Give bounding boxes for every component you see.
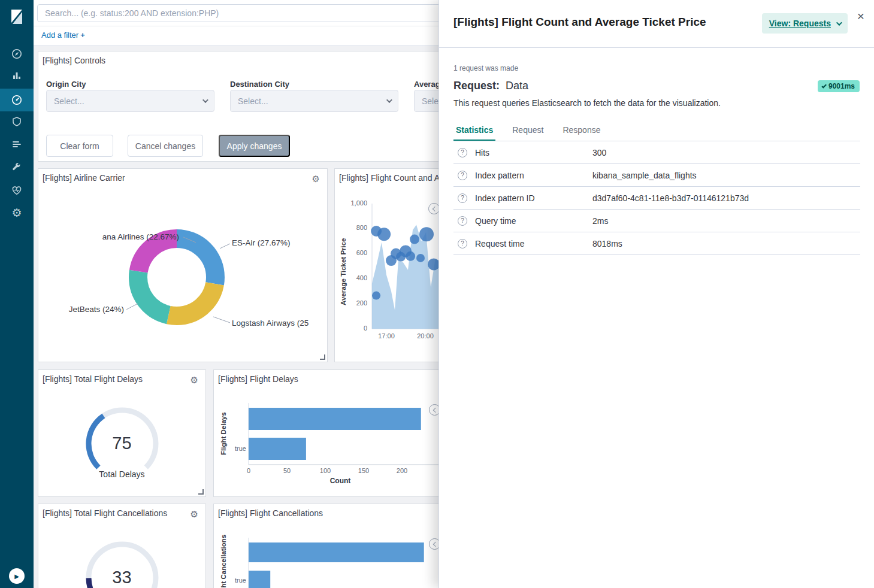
- donut-label: Logstash Airways (25: [232, 319, 309, 328]
- stat-value: 300: [592, 148, 606, 157]
- request-title: Request:Data: [453, 80, 528, 92]
- gauge-icon: [11, 94, 23, 106]
- panel-title: [Flights] Total Flight Delays: [43, 374, 143, 384]
- x-tick: 150: [358, 467, 369, 474]
- help-icon[interactable]: ?: [458, 216, 467, 226]
- duration-value: 9001ms: [828, 82, 855, 90]
- help-icon[interactable]: ?: [458, 171, 467, 180]
- x-tick: 100: [320, 467, 331, 474]
- inspector-tabs: Statistics Request Response: [453, 120, 860, 141]
- gauge-value: 33: [38, 568, 205, 587]
- flyout-title: [Flights] Flight Count and Average Ticke…: [453, 16, 706, 29]
- donut-label: ES-Air (27.67%): [232, 238, 291, 247]
- kibana-app: ⚙ ▶ Add a filter+ [Flights] Controls Ori…: [0, 0, 874, 588]
- play-icon: ▶: [14, 573, 19, 580]
- kibana-logo-icon: [7, 7, 26, 26]
- panel-options-gear-icon[interactable]: ⚙: [190, 375, 198, 384]
- donut-label: JetBeats (24%): [69, 305, 124, 314]
- request-description: This request queries Elasticsearch to fe…: [453, 98, 860, 108]
- bar-chart-icon: [11, 69, 23, 81]
- sidebar-item-apm[interactable]: [0, 110, 34, 133]
- flyout-header: [Flights] Flight Count and Average Ticke…: [439, 0, 874, 48]
- request-label: Request:: [453, 80, 500, 92]
- origin-city-select[interactable]: Select...: [46, 90, 214, 112]
- panel-airline-carrier: [Flights] Airline Carrier ⚙ ES-Air (27.6…: [38, 168, 328, 362]
- help-icon[interactable]: ?: [458, 148, 467, 157]
- panel-options-gear-icon[interactable]: ⚙: [190, 510, 198, 519]
- close-icon[interactable]: ×: [857, 10, 864, 22]
- chevron-down-icon: [202, 97, 208, 103]
- stat-label: Hits: [475, 148, 592, 157]
- wrench-icon: [11, 161, 23, 173]
- statistics-table: ? Hits 300 ? Index pattern kibana_sample…: [453, 141, 860, 255]
- resize-handle[interactable]: [320, 354, 325, 360]
- panel-title: [Flights] Controls: [43, 56, 105, 65]
- duration-badge: 9001ms: [818, 80, 860, 92]
- flyout-body: 1 request was made Request:Data 9001ms T…: [439, 64, 874, 255]
- help-icon[interactable]: ?: [458, 239, 467, 248]
- x-tick: 200: [397, 467, 407, 474]
- stat-value: 2ms: [592, 216, 608, 226]
- sidebar-item-discover[interactable]: [0, 43, 34, 65]
- sidebar: ⚙ ▶: [0, 0, 34, 588]
- sidebar-item-monitoring[interactable]: [0, 179, 34, 202]
- timelion-icon: [11, 138, 23, 150]
- cancel-changes-button[interactable]: Cancel changes: [128, 135, 203, 157]
- x-tick: 17:00: [378, 332, 395, 340]
- gauge-value: 75: [38, 434, 205, 453]
- destination-city-select[interactable]: Select...: [230, 90, 398, 112]
- panel-total-flight-delays: [Flights] Total Flight Delays ⚙ 75 Total…: [38, 369, 206, 497]
- heartbeat-icon: [11, 184, 23, 196]
- x-tick: 50: [283, 467, 291, 474]
- stat-label: Query time: [475, 216, 592, 226]
- sidebar-item-timelion[interactable]: [0, 133, 34, 156]
- table-row: ? Hits 300: [453, 141, 860, 164]
- origin-city-label: Origin City: [46, 80, 86, 89]
- stat-value: 8018ms: [592, 239, 622, 248]
- plus-icon: +: [80, 31, 85, 40]
- sidebar-item-dev-tools[interactable]: [0, 156, 34, 178]
- table-row: ? Query time 2ms: [453, 210, 860, 232]
- help-icon[interactable]: ?: [458, 193, 467, 203]
- tab-response[interactable]: Response: [560, 120, 603, 141]
- table-row: ? Index pattern ID d3d7af60-4c81-11e8-b3…: [453, 187, 860, 210]
- stat-label: Index pattern: [475, 171, 592, 180]
- x-tick: 20:00: [417, 332, 434, 340]
- panel-options-gear-icon[interactable]: ⚙: [312, 174, 320, 183]
- select-placeholder: Select...: [54, 96, 84, 106]
- kibana-logo[interactable]: [0, 0, 34, 34]
- resize-handle[interactable]: [198, 489, 204, 495]
- table-row: ? Index pattern kibana_sample_data_fligh…: [453, 164, 860, 187]
- stat-value: d3d7af60-4c81-11e8-b3d7-01146121b73d: [592, 193, 749, 203]
- sidebar-collapse-button[interactable]: ▶: [9, 568, 25, 584]
- check-icon: [821, 83, 826, 88]
- add-filter-link[interactable]: Add a filter+: [41, 31, 85, 40]
- panel-title: [Flights] Flight Delays: [218, 374, 298, 384]
- inspector-flyout: [Flights] Flight Count and Average Ticke…: [438, 0, 874, 588]
- sidebar-item-visualize[interactable]: [0, 64, 34, 87]
- tab-statistics[interactable]: Statistics: [453, 120, 495, 141]
- destination-city-label: Destination City: [230, 80, 289, 89]
- stat-value: kibana_sample_data_flights: [592, 171, 697, 180]
- select-placeholder: Select...: [238, 96, 268, 106]
- chevron-down-icon: [836, 20, 842, 26]
- view-requests-label: View: Requests: [769, 19, 831, 28]
- gear-icon: ⚙: [11, 207, 22, 219]
- sidebar-item-dashboard[interactable]: [0, 89, 34, 111]
- x-axis-title: Count: [330, 477, 351, 485]
- gauge-label: Total Delays: [38, 469, 205, 479]
- panel-title: [Flights] Total Flight Cancellations: [43, 508, 167, 518]
- donut-label: ana Airlines (22.67%): [102, 232, 179, 241]
- clear-form-button[interactable]: Clear form: [46, 135, 113, 157]
- panel-total-flight-cancellations: [Flights] Total Flight Cancellations ⚙ 3…: [38, 504, 206, 588]
- x-tick: 0: [247, 467, 250, 474]
- add-filter-label: Add a filter: [41, 31, 78, 40]
- table-row: ? Request time 8018ms: [453, 232, 860, 255]
- tab-request[interactable]: Request: [510, 120, 546, 141]
- sidebar-item-management[interactable]: ⚙: [0, 201, 34, 224]
- stat-label: Request time: [475, 239, 592, 248]
- request-summary: 1 request was made: [453, 64, 860, 72]
- panel-title: [Flights] Flight Cancellations: [218, 508, 323, 518]
- apply-changes-button[interactable]: Apply changes: [219, 135, 290, 157]
- view-requests-button[interactable]: View: Requests: [762, 13, 848, 34]
